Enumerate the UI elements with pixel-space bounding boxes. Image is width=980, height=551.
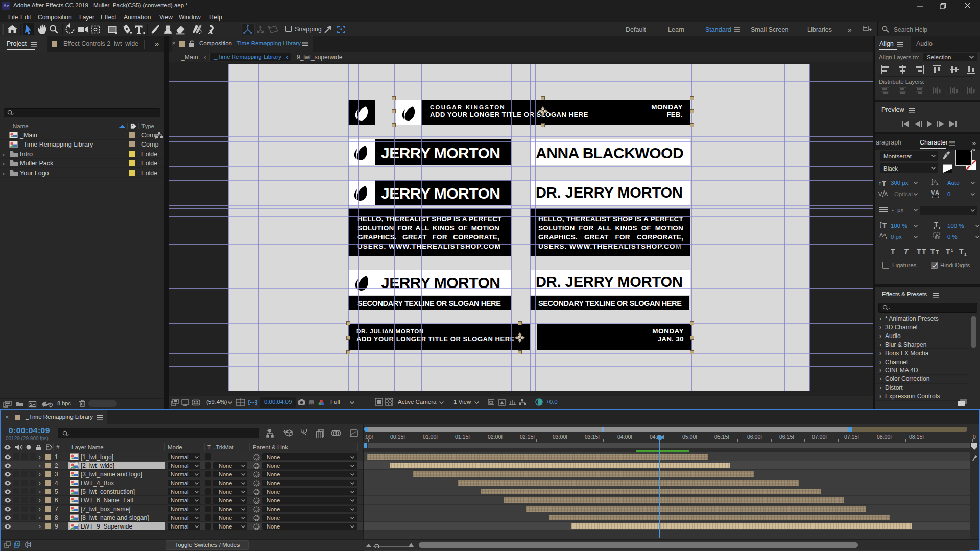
svg-text:T: T [922,248,926,256]
svg-text:あ: あ [935,233,939,238]
svg-text:t: t [879,181,881,186]
svg-text:T: T [891,248,895,256]
svg-text:1: 1 [951,248,953,253]
svg-text:A: A [935,189,939,196]
svg-text:A: A [884,191,888,197]
svg-text:T: T [882,222,887,229]
svg-text:T: T [959,248,964,256]
svg-text:V: V [878,191,882,197]
svg-text:A: A [879,232,883,238]
svg-text:T: T [917,248,921,256]
svg-text:T: T [934,221,938,228]
svg-text:a: a [883,233,886,237]
svg-text:T: T [882,180,886,186]
svg-text:T: T [904,248,909,256]
svg-text:V: V [931,189,935,196]
svg-text:T: T [936,250,939,255]
svg-text:A: A [936,182,939,186]
svg-text:T: T [930,248,935,256]
svg-text:T: T [946,248,950,256]
svg-text:1: 1 [964,252,967,256]
